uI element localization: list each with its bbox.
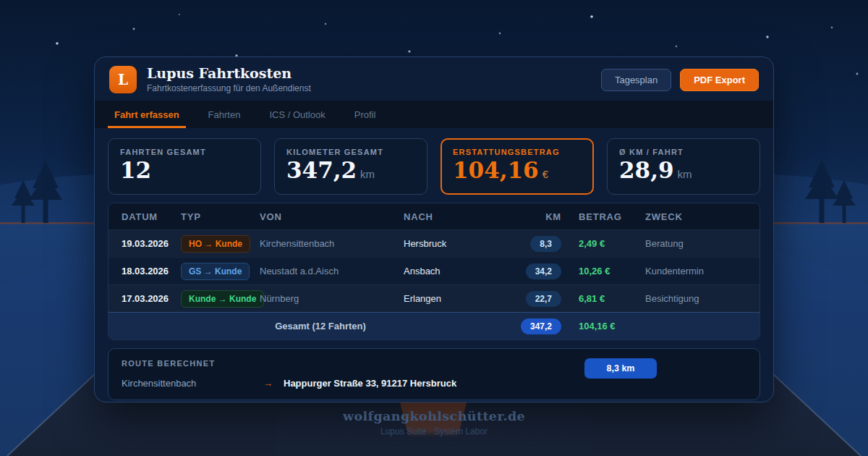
total-km-pill: 347,2 [521, 318, 561, 334]
cell-km: 8,3 [519, 236, 579, 252]
trips-table: DATUM TYP VON NACH KM BETRAG ZWECK 19.03… [108, 203, 760, 340]
cell-nach: Hersbruck [404, 238, 519, 249]
km-pill: 8,3 [530, 236, 561, 252]
cell-typ: HO → Kunde [181, 235, 260, 253]
km-pill: 22,7 [526, 291, 561, 307]
cell-betrag: 6,81 € [579, 293, 645, 304]
stat-value: 347,2km [286, 159, 415, 182]
stat-avg-km-fahrt: Ø KM / FAHRT 28,9km [607, 138, 760, 195]
col-km: KM [519, 211, 579, 222]
tagesplan-button[interactable]: Tagesplan [601, 69, 671, 91]
km-pill: 34,2 [526, 263, 561, 279]
cell-zweck: Beratung [645, 238, 746, 249]
app-title-block: Lupus Fahrtkosten Fahrtkostenerfassung f… [147, 66, 311, 93]
cell-betrag: 10,26 € [579, 266, 645, 276]
tab-fahrt-erfassen[interactable]: Fahrt erfassen [108, 101, 186, 128]
stat-unit: km [360, 168, 375, 180]
card-body: FAHRTEN GESAMT 12 KILOMETER GESAMT 347,2… [95, 128, 773, 400]
stat-kilometer-gesamt: KILOMETER GESAMT 347,2km [274, 138, 427, 195]
table-row: 17.03.2026Kunde → KundeNürnbergErlangen2… [109, 284, 760, 312]
route-distance-button[interactable]: 8,3 km [584, 358, 657, 379]
col-betrag: BETRAG [579, 211, 645, 222]
trip-type-badge: Kunde → Kunde [181, 290, 264, 308]
cell-von: Nürnberg [260, 293, 404, 304]
stat-label: ERSTATTUNGSBETRAG [453, 148, 582, 156]
cell-betrag: 2,49 € [579, 238, 645, 249]
table-footer: Gesamt (12 Fahrten) 347,2 104,16 € [109, 312, 760, 339]
col-nach: NACH [404, 211, 519, 222]
cell-datum: 18.03.2026 [122, 266, 181, 276]
total-km-cell: 347,2 [519, 318, 579, 334]
stat-label: KILOMETER GESAMT [286, 148, 415, 156]
site-footer: wolfgangkohlschütter.de Lupus Suite · Sy… [0, 409, 868, 436]
pdf-export-button[interactable]: PDF Export [680, 69, 759, 91]
route-line: Kirchensittenbach → Happurger Straße 33,… [122, 378, 746, 389]
table-row: 19.03.2026HO → KundeKirchensittenbachHer… [109, 229, 760, 257]
cell-nach: Erlangen [404, 293, 519, 304]
app-logo: L [109, 66, 137, 93]
stat-value: 28,9km [619, 159, 748, 182]
cell-km: 22,7 [519, 291, 579, 307]
stat-erstattungsbetrag: ERSTATTUNGSBETRAG 104,16€ [441, 138, 594, 195]
stat-label: Ø KM / FAHRT [619, 148, 748, 156]
stat-fahrten-gesamt: FAHRTEN GESAMT 12 [108, 138, 261, 195]
cell-von: Neustadt a.d.Aisch [260, 266, 404, 276]
tab-ics-outlook[interactable]: ICS / Outlook [263, 101, 331, 128]
cell-datum: 17.03.2026 [122, 293, 181, 304]
tab-bar: Fahrt erfassen Fahrten ICS / Outlook Pro… [95, 101, 773, 128]
footer-tagline: Lupus Suite · System Labor [0, 426, 868, 436]
cell-nach: Ansbach [404, 266, 519, 276]
tab-profil[interactable]: Profil [348, 101, 383, 128]
cell-typ: GS → Kunde [181, 263, 260, 280]
col-datum: DATUM [122, 211, 181, 222]
trip-type-badge: GS → Kunde [181, 263, 250, 280]
stat-value: 104,16€ [453, 159, 582, 182]
total-label: Gesamt (12 Fahrten) [122, 321, 519, 332]
tab-fahrten[interactable]: Fahrten [202, 101, 247, 128]
page-subtitle: Fahrtkostenerfassung für den Außendienst [147, 83, 311, 93]
col-typ: TYP [181, 211, 260, 222]
cell-typ: Kunde → Kunde [181, 290, 260, 308]
cell-zweck: Besichtigung [645, 293, 746, 304]
app-header: L Lupus Fahrtkosten Fahrtkostenerfassung… [95, 57, 773, 101]
col-von: VON [260, 211, 404, 222]
route-panel: ROUTE BERECHNET 8,3 km Kirchensittenbach… [108, 348, 760, 400]
stats-row: FAHRTEN GESAMT 12 KILOMETER GESAMT 347,2… [108, 138, 760, 195]
route-to: Happurger Straße 33, 91217 Hersbruck [284, 378, 456, 389]
total-betrag: 104,16 € [579, 321, 645, 332]
arrow-right-icon: → [263, 378, 284, 389]
trip-type-badge: HO → Kunde [181, 235, 250, 253]
cell-zweck: Kundentermin [645, 266, 746, 276]
table-header: DATUM TYP VON NACH KM BETRAG ZWECK [109, 203, 760, 229]
footer-domain: wolfgangkohlschütter.de [0, 409, 868, 423]
table-row: 18.03.2026GS → KundeNeustadt a.d.AischAn… [109, 257, 760, 284]
route-from: Kirchensittenbach [122, 378, 263, 389]
cell-km: 34,2 [519, 263, 579, 279]
table-body: 19.03.2026HO → KundeKirchensittenbachHer… [109, 229, 760, 312]
col-zweck: ZWECK [645, 211, 746, 222]
cell-datum: 19.03.2026 [122, 238, 181, 249]
stat-value: 12 [120, 159, 249, 182]
cell-von: Kirchensittenbach [260, 238, 404, 249]
stat-unit: € [542, 168, 548, 180]
app-card: L Lupus Fahrtkosten Fahrtkostenerfassung… [94, 56, 774, 402]
stat-unit: km [678, 168, 692, 180]
stat-label: FAHRTEN GESAMT [120, 148, 249, 156]
page-title: Lupus Fahrtkosten [147, 66, 311, 81]
header-actions: Tagesplan PDF Export [601, 69, 759, 91]
